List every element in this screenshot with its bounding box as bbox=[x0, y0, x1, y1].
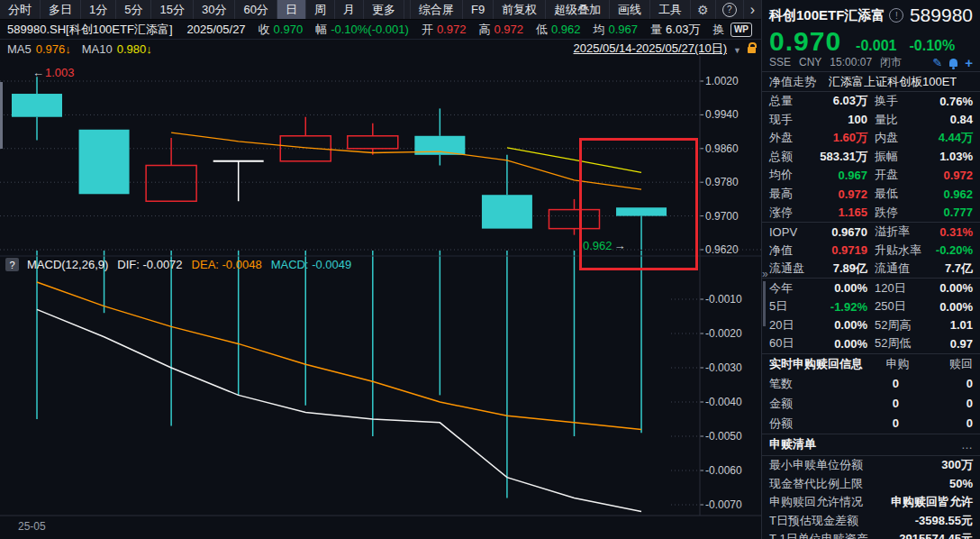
detail-row: 申购赎回允许情况申购赎回皆允许 bbox=[762, 493, 980, 512]
tool-button-0[interactable]: 综合屏 bbox=[410, 0, 462, 19]
stock-trading-app: 分时多日1分5分15分30分60分日周月更多 综合屏F9前复权超级叠加画线工具 … bbox=[0, 0, 980, 539]
quote-time: 15:00:07 bbox=[830, 56, 872, 69]
toolbar-tools: 综合屏F9前复权超级叠加画线工具 bbox=[410, 0, 761, 19]
ma5-label: MA5 bbox=[7, 42, 32, 56]
redeem-value: 0 bbox=[899, 397, 973, 410]
left-scrollbar-thumb[interactable] bbox=[0, 82, 3, 149]
field-label-0: 收 bbox=[259, 22, 270, 38]
stat-value: 7.7亿 bbox=[945, 260, 973, 277]
detail-label: 现金替代比例上限 bbox=[769, 476, 949, 492]
date-range-text: 2025/05/14-2025/05/27(10日) bbox=[574, 41, 728, 57]
date-range-dropdown[interactable]: 2025/05/14-2025/05/27(10日) bbox=[574, 41, 757, 57]
redemption-list-row[interactable]: 申赎清单 bbox=[762, 434, 980, 456]
stat-row: IOPV0.9670溢折率0.31% bbox=[762, 223, 980, 242]
stat-label: 升贴水率 bbox=[875, 242, 921, 259]
info-icon[interactable] bbox=[889, 8, 903, 23]
lock-icon[interactable] bbox=[748, 47, 756, 53]
svg-text:0.9620: 0.9620 bbox=[705, 243, 739, 256]
subscription-header: 实时申购赎回信息 申购 赎回 bbox=[762, 354, 980, 374]
svg-text:-0.0070: -0.0070 bbox=[705, 498, 742, 511]
stat-cell: 5日-1.92% bbox=[769, 298, 867, 315]
fund-details: 最小申赎单位份额300万现金替代比例上限50%申购赎回允许情况申购赎回皆允许T日… bbox=[762, 456, 980, 539]
period-tab-8[interactable]: 周 bbox=[306, 0, 335, 19]
help-icon bbox=[722, 3, 737, 17]
stat-row: 净值0.9719升贴水率-0.20% bbox=[762, 241, 980, 260]
stat-row: 今年0.00%120日0.00% bbox=[762, 279, 980, 297]
stat-value: 0.962 bbox=[943, 187, 973, 201]
wp-badge[interactable]: WP bbox=[730, 23, 752, 37]
stock-name: 科创100ETF汇添富 bbox=[769, 7, 885, 24]
tool-button-1[interactable]: F9 bbox=[462, 0, 493, 19]
candle-3 bbox=[213, 161, 264, 201]
stat-cell: 振幅1.03% bbox=[867, 149, 973, 165]
edit-icon[interactable] bbox=[932, 56, 942, 69]
nav-trend-row[interactable]: 净值走势 汇添富上证科创板100ET bbox=[762, 72, 980, 92]
stat-value: 0.777 bbox=[943, 206, 973, 219]
period-tab-7[interactable]: 日 bbox=[277, 0, 306, 19]
stat-cell: 今年0.00% bbox=[769, 280, 867, 297]
help-button[interactable] bbox=[715, 0, 743, 19]
tool-button-4[interactable]: 画线 bbox=[609, 0, 649, 19]
detail-label: T-1日单位申赎资产 bbox=[769, 531, 899, 539]
stat-label: 今年 bbox=[769, 280, 793, 297]
panel-collapse-handle[interactable] bbox=[762, 268, 768, 280]
price-change: -0.001 bbox=[856, 38, 896, 54]
stat-value: 1.60万 bbox=[833, 130, 867, 146]
period-tab-5[interactable]: 30分 bbox=[194, 0, 235, 19]
period-tab-4[interactable]: 15分 bbox=[151, 0, 193, 19]
add-to-watchlist-icon[interactable] bbox=[965, 55, 973, 70]
detail-value: 300万 bbox=[941, 457, 973, 473]
stat-cell: 净值0.9719 bbox=[769, 242, 867, 259]
stat-cell: 量比0.84 bbox=[867, 112, 973, 128]
stat-cell: 外盘1.60万 bbox=[769, 130, 867, 146]
stat-row: 最高0.972最低0.962 bbox=[762, 185, 980, 204]
stat-value: 0.972 bbox=[943, 169, 973, 182]
stat-row: 均价0.967开盘0.972 bbox=[762, 166, 980, 185]
low-price-annotation: 0.962 bbox=[583, 239, 626, 252]
panel-scrollbar-thumb[interactable] bbox=[763, 281, 766, 326]
ma-indicator-row: MA5 0.976↓ MA10 0.980↓ 2025/05/14-2025/0… bbox=[0, 40, 761, 58]
period-tab-2[interactable]: 1分 bbox=[81, 0, 116, 19]
period-tab-9[interactable]: 月 bbox=[335, 0, 364, 19]
tool-button-5[interactable]: 工具 bbox=[649, 0, 690, 19]
subscription-row: 笔数00 bbox=[762, 374, 980, 394]
stat-label: 振幅 bbox=[875, 149, 898, 165]
stat-cell: 溢折率0.31% bbox=[867, 224, 973, 240]
stat-row: 涨停1.165跌停0.777 bbox=[762, 203, 980, 223]
stat-cell: 120日0.00% bbox=[867, 280, 973, 297]
fund-full-name: 汇添富上证科创板100ET bbox=[829, 74, 957, 90]
stat-label: 最高 bbox=[769, 186, 793, 202]
field-label-4: 低 bbox=[536, 22, 548, 38]
period-tab-0[interactable]: 分时 bbox=[0, 0, 41, 19]
period-tab-1[interactable]: 多日 bbox=[41, 0, 81, 19]
indicator-help-button[interactable]: ? bbox=[5, 258, 19, 271]
stat-cell: 跌停0.777 bbox=[867, 205, 973, 221]
stat-label: 流通盘 bbox=[769, 260, 804, 277]
stat-label: IOPV bbox=[769, 225, 797, 239]
stat-cell: 开盘0.972 bbox=[867, 167, 973, 183]
detail-value: 申购赎回皆允许 bbox=[891, 494, 973, 510]
period-tab-3[interactable]: 5分 bbox=[116, 0, 151, 19]
field-value-3: 0.972 bbox=[494, 23, 523, 36]
candle-2 bbox=[146, 138, 196, 201]
stat-value: 4.44万 bbox=[939, 130, 973, 146]
stat-value: 100 bbox=[848, 113, 867, 126]
stat-cell: IOPV0.9670 bbox=[769, 225, 867, 239]
period-tab-10[interactable]: 更多 bbox=[364, 0, 404, 19]
expand-toolbar-button[interactable] bbox=[743, 0, 761, 19]
subscribe-column-header: 申购 bbox=[863, 356, 910, 372]
svg-text:1.0020: 1.0020 bbox=[705, 75, 739, 87]
market-status: 闭市 bbox=[880, 55, 902, 70]
dif-value: DIF: -0.0072 bbox=[117, 258, 182, 271]
more-icon[interactable] bbox=[961, 438, 973, 452]
low-price-text: 0.962 bbox=[583, 239, 612, 252]
stat-row: 20日0.00%52周高1.01 bbox=[762, 316, 980, 335]
bell-icon[interactable] bbox=[949, 59, 957, 67]
stat-value: 0.972 bbox=[838, 187, 867, 201]
settings-button[interactable] bbox=[690, 0, 715, 19]
tool-button-3[interactable]: 超级叠加 bbox=[545, 0, 609, 19]
kline-macd-chart[interactable]: 1.00200.99400.98600.97800.97000.9620-0.0… bbox=[0, 40, 761, 539]
svg-text:-0.0030: -0.0030 bbox=[705, 361, 742, 374]
period-tab-6[interactable]: 60分 bbox=[235, 0, 277, 19]
tool-button-2[interactable]: 前复权 bbox=[493, 0, 545, 19]
